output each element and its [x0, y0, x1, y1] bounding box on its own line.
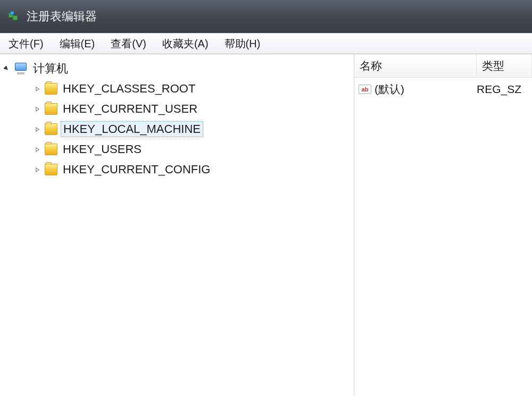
menu-favorites[interactable]: 收藏夹(A): [157, 36, 214, 52]
menubar: 文件(F) 编辑(E) 查看(V) 收藏夹(A) 帮助(H): [0, 33, 532, 54]
registry-editor-window: 注册表编辑器 文件(F) 编辑(E) 查看(V) 收藏夹(A) 帮助(H): [0, 0, 532, 396]
tree-node-label: HKEY_LOCAL_MACHINE: [61, 121, 203, 137]
expander-expand-icon[interactable]: [33, 125, 41, 133]
details-pane: 名称 类型 ab (默认) REG_SZ: [354, 54, 532, 396]
expander-expand-icon[interactable]: [33, 165, 41, 174]
content-area: 计算机 HKEY_CLASSES_ROOT: [0, 54, 532, 396]
tree-node-hkcc[interactable]: HKEY_CURRENT_CONFIG: [20, 159, 352, 180]
app-icon: [6, 9, 21, 24]
list-item[interactable]: ab (默认) REG_SZ: [354, 78, 532, 99]
column-header-name[interactable]: 名称: [354, 54, 477, 77]
column-header-type[interactable]: 类型: [477, 54, 532, 77]
expander-expand-icon[interactable]: [33, 85, 41, 93]
svg-rect-2: [11, 11, 14, 15]
details-header: 名称 类型: [354, 54, 532, 78]
tree-node-hku[interactable]: HKEY_USERS: [20, 139, 352, 159]
svg-rect-1: [13, 15, 17, 20]
menu-help[interactable]: 帮助(H): [219, 36, 266, 52]
tree-node-label: HKEY_CLASSES_ROOT: [61, 81, 197, 96]
tree-node-hkcr[interactable]: HKEY_CLASSES_ROOT: [20, 79, 352, 99]
folder-icon: [45, 83, 57, 95]
menu-file[interactable]: 文件(F): [3, 36, 49, 52]
tree-node-hkcu[interactable]: HKEY_CURRENT_USER: [20, 99, 352, 119]
titlebar[interactable]: 注册表编辑器: [0, 0, 532, 33]
tree-node-label: 计算机: [31, 60, 70, 77]
folder-icon: [45, 103, 57, 115]
menu-view[interactable]: 查看(V): [105, 36, 152, 52]
expander-expand-icon[interactable]: [33, 105, 41, 113]
tree-pane[interactable]: 计算机 HKEY_CLASSES_ROOT: [0, 54, 354, 396]
value-name: (默认): [375, 82, 477, 97]
folder-icon: [45, 164, 57, 175]
folder-icon: [45, 144, 57, 155]
value-type: REG_SZ: [477, 83, 521, 96]
tree-node-computer[interactable]: 计算机: [2, 58, 352, 79]
tree-node-label: HKEY_CURRENT_CONFIG: [61, 162, 212, 177]
tree-node-label: HKEY_CURRENT_USER: [61, 102, 200, 116]
expander-expand-icon[interactable]: [33, 145, 41, 154]
computer-icon: [14, 63, 28, 74]
menu-edit[interactable]: 编辑(E): [54, 36, 101, 52]
details-body[interactable]: ab (默认) REG_SZ: [354, 78, 532, 396]
tree-node-label: HKEY_USERS: [61, 142, 144, 157]
window-title: 注册表编辑器: [27, 9, 97, 24]
expander-collapse-icon[interactable]: [2, 64, 11, 73]
string-value-icon: ab: [359, 85, 371, 94]
tree-node-hklm[interactable]: HKEY_LOCAL_MACHINE: [20, 119, 352, 139]
folder-icon: [45, 123, 57, 135]
